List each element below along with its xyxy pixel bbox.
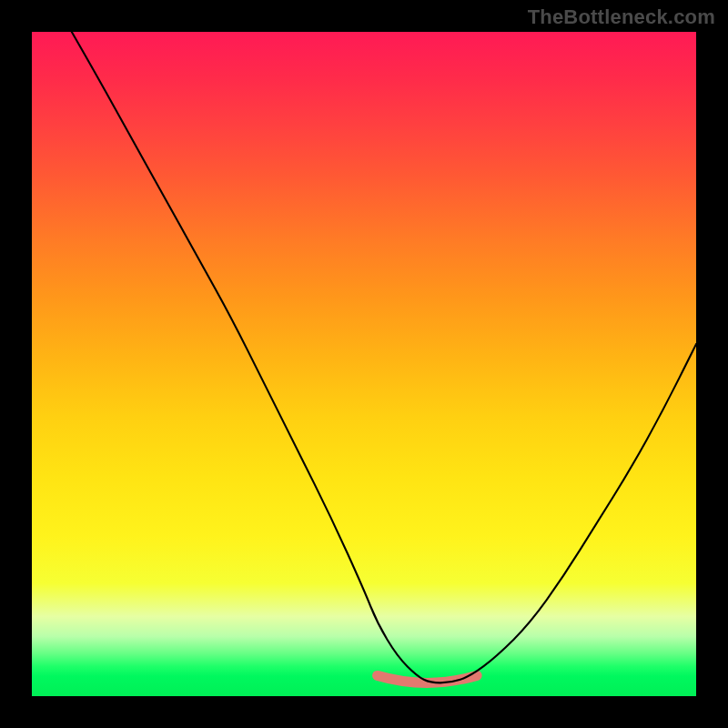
watermark-text: TheBottleneck.com xyxy=(528,5,715,29)
bottleneck-curve xyxy=(72,32,696,682)
plot-area xyxy=(32,32,696,696)
chart-svg xyxy=(32,32,696,696)
chart-frame: TheBottleneck.com xyxy=(0,0,728,728)
